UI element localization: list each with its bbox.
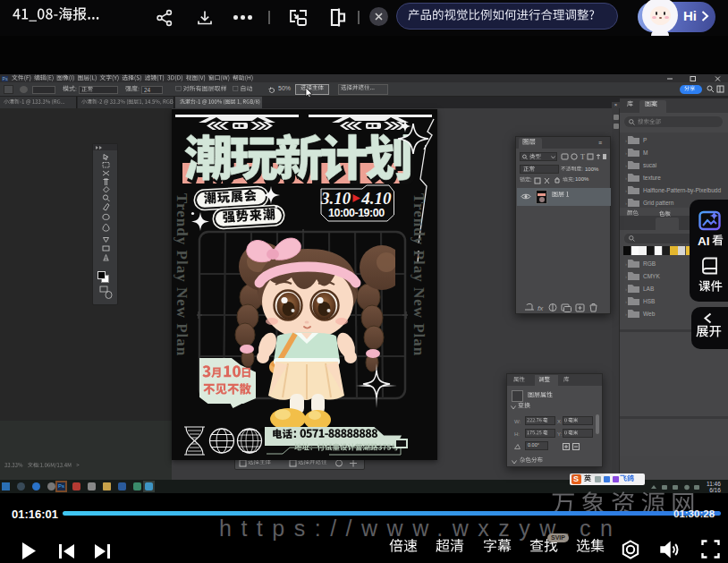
svg-text:Web: Web	[643, 311, 656, 317]
svg-text:›: ›	[625, 261, 627, 267]
svg-text:RGB: RGB	[643, 260, 656, 267]
svg-text:M: M	[643, 149, 648, 156]
svg-text:texture: texture	[643, 175, 661, 181]
svg-text:CMYK: CMYK	[643, 273, 660, 279]
svg-text:›: ›	[625, 175, 627, 181]
svg-text:T: T	[580, 153, 585, 161]
svg-text:›: ›	[625, 188, 627, 193]
svg-text:LAB: LAB	[643, 286, 654, 292]
svg-text:›: ›	[625, 299, 627, 304]
svg-text:fx: fx	[538, 304, 544, 312]
svg-text:›: ›	[625, 200, 627, 206]
svg-text:›: ›	[625, 274, 627, 279]
svg-text:›: ›	[625, 163, 627, 168]
svg-text:›: ›	[625, 150, 627, 156]
svg-text:›: ›	[625, 311, 627, 317]
svg-text:P: P	[643, 137, 647, 143]
svg-text:sucai: sucai	[643, 162, 656, 168]
svg-text:HSB: HSB	[643, 298, 655, 304]
svg-text:›: ›	[625, 286, 627, 292]
svg-text:Halftone-Pattern-by-Pixelbudd: Halftone-Pattern-by-Pixelbudd	[643, 187, 721, 194]
svg-text:Grid pattern: Grid pattern	[643, 200, 674, 207]
svg-text:›: ›	[625, 138, 627, 143]
